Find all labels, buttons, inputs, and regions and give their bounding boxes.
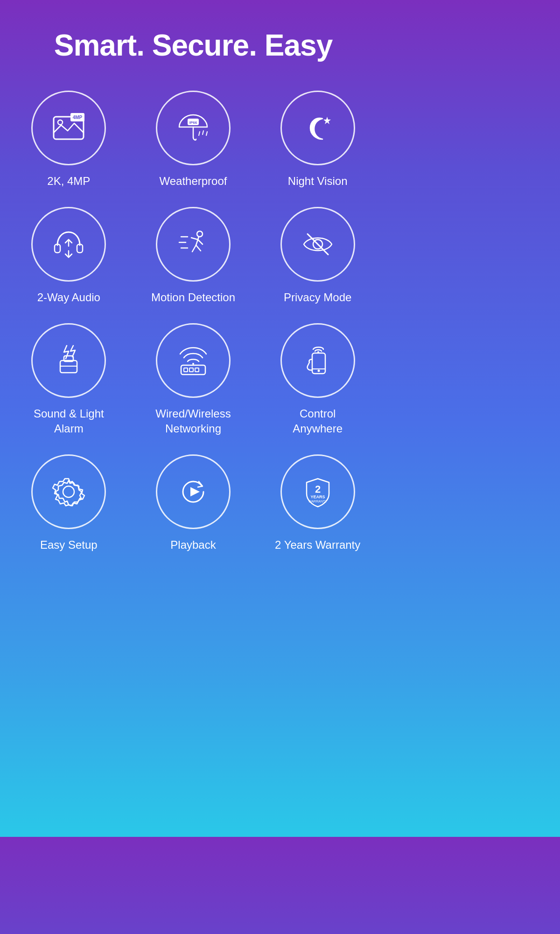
night-vision-icon-circle [280, 91, 355, 165]
svg-line-20 [198, 240, 203, 244]
playback-icon-circle [156, 454, 231, 529]
privacy-mode-label: Privacy Mode [284, 290, 351, 304]
page-headline: Smart. Secure. Easy [54, 28, 332, 63]
svg-rect-30 [184, 368, 188, 372]
svg-rect-32 [195, 368, 199, 372]
two-way-audio-label: 2-Way Audio [37, 290, 100, 304]
weatherproof-label: Weatherproof [160, 174, 227, 188]
privacy-mode-icon-circle [280, 207, 355, 282]
svg-line-17 [192, 245, 196, 252]
feature-privacy-mode: Privacy Mode [260, 207, 375, 304]
feature-night-vision: Night Vision [260, 91, 375, 188]
playback-label: Playback [170, 538, 216, 552]
features-grid: 4MP 2K, 4MP IP66 Weatherproof [11, 91, 375, 552]
night-vision-label: Night Vision [288, 174, 348, 188]
easy-setup-icon [50, 473, 87, 510]
svg-text:2: 2 [315, 483, 321, 495]
svg-text:WARRANTY: WARRANTY [308, 500, 327, 503]
feature-weatherproof: IP66 Weatherproof [136, 91, 251, 188]
svg-point-15 [197, 231, 203, 237]
svg-line-19 [191, 238, 198, 240]
networking-icon [175, 342, 212, 379]
svg-text:IP66: IP66 [189, 120, 197, 125]
svg-marker-39 [190, 487, 200, 496]
sound-light-alarm-icon [50, 342, 87, 379]
networking-icon-circle [156, 323, 231, 398]
svg-line-18 [196, 245, 201, 251]
sound-light-alarm-icon-circle [31, 323, 106, 398]
control-anywhere-label: Control Anywhere [293, 406, 343, 435]
svg-line-25 [308, 234, 328, 255]
weatherproof-icon-circle: IP66 [156, 91, 231, 165]
svg-line-9 [199, 132, 200, 135]
resolution-icon-circle: 4MP [31, 91, 106, 165]
two-way-audio-icon-circle [31, 207, 106, 282]
svg-point-38 [63, 486, 74, 497]
svg-rect-31 [189, 368, 193, 372]
motion-detection-label: Motion Detection [151, 290, 235, 304]
svg-line-8 [206, 132, 207, 135]
feature-networking: Wired/Wireless Networking [136, 323, 251, 435]
warranty-icon: 2 YEARS WARRANTY [299, 473, 336, 510]
svg-point-33 [192, 363, 194, 365]
svg-line-7 [203, 131, 203, 134]
feature-warranty: 2 YEARS WARRANTY 2 Years Warranty [260, 454, 375, 552]
resolution-label: 2K, 4MP [47, 174, 90, 188]
warranty-icon-circle: 2 YEARS WARRANTY [280, 454, 355, 529]
easy-setup-icon-circle [31, 454, 106, 529]
night-vision-icon [299, 109, 336, 147]
svg-line-16 [196, 237, 199, 245]
control-anywhere-icon [299, 342, 336, 379]
svg-marker-10 [323, 117, 331, 124]
motion-detection-icon-circle [156, 207, 231, 282]
warranty-label: 2 Years Warranty [275, 538, 360, 552]
two-way-audio-icon [50, 226, 87, 263]
resolution-icon: 4MP [50, 109, 87, 147]
motion-detection-icon [175, 226, 212, 263]
svg-point-36 [317, 370, 320, 372]
playback-icon [175, 473, 212, 510]
sound-light-alarm-label: Sound & Light Alarm [34, 406, 104, 435]
svg-point-1 [58, 120, 63, 125]
svg-text:4MP: 4MP [73, 115, 83, 120]
weatherproof-icon: IP66 [175, 109, 212, 147]
svg-text:YEARS: YEARS [310, 495, 325, 499]
control-anywhere-icon-circle [280, 323, 355, 398]
feature-playback: Playback [136, 454, 251, 552]
feature-resolution: 4MP 2K, 4MP [11, 91, 126, 188]
feature-control-anywhere: Control Anywhere [260, 323, 375, 435]
networking-label: Wired/Wireless Networking [155, 406, 231, 435]
feature-two-way-audio: 2-Way Audio [11, 207, 126, 304]
feature-motion-detection: Motion Detection [136, 207, 251, 304]
feature-easy-setup: Easy Setup [11, 454, 126, 552]
feature-sound-light-alarm: Sound & Light Alarm [11, 323, 126, 435]
svg-point-37 [317, 351, 319, 353]
easy-setup-label: Easy Setup [40, 538, 98, 552]
privacy-mode-icon [299, 226, 336, 263]
